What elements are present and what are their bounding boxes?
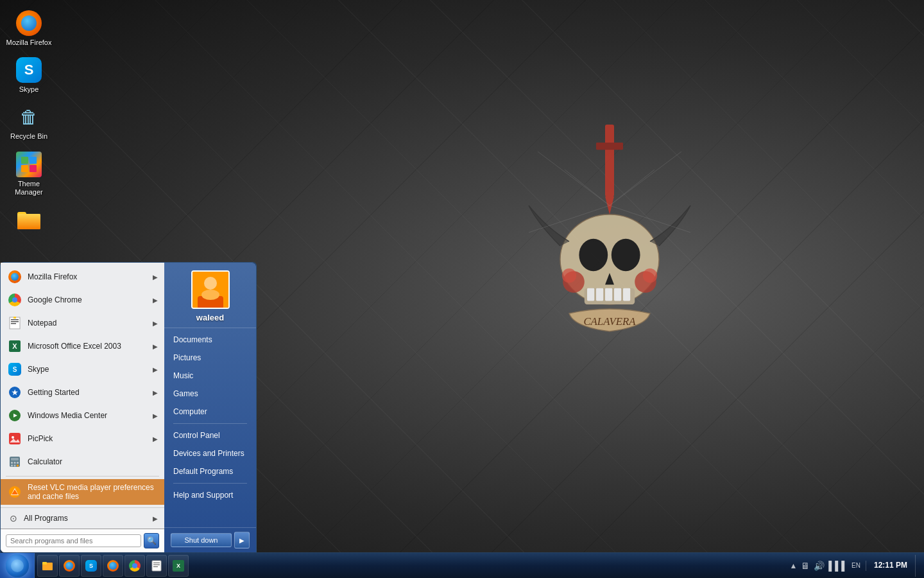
svg-point-43 (12, 436, 14, 439)
start-menu-right-panel: waleed Documents Pictures Music Games (164, 263, 256, 552)
svg-rect-51 (14, 465, 16, 467)
menu-item-windows-media-center[interactable]: Windows Media Center ▶ (1, 404, 164, 427)
svg-rect-47 (11, 462, 13, 464)
taskbar-button-explorer[interactable] (37, 555, 58, 577)
start-menu-left-panel: Mozilla Firefox ▶ Google Chrome ▶ (1, 263, 164, 552)
taskbar-button-ie[interactable] (146, 555, 167, 577)
svg-line-22 (565, 170, 610, 206)
right-menu-item-music[interactable]: Music (164, 367, 256, 385)
desktop-icon-skype[interactable]: S Skype (3, 53, 55, 98)
network-icon[interactable]: 🖥 (801, 561, 810, 571)
svg-rect-64 (153, 565, 160, 565)
desktop-icon-recycle-bin[interactable]: 🗑 Recycle Bin (3, 100, 55, 144)
firefox-icon (16, 10, 42, 36)
arrow-icon: ▶ (153, 274, 158, 281)
svg-rect-11 (614, 288, 621, 301)
svg-rect-46 (11, 458, 19, 460)
taskbar-button-firefox2[interactable] (103, 555, 123, 577)
menu-item-mozilla-firefox[interactable]: Mozilla Firefox ▶ (1, 265, 164, 288)
svg-point-57 (204, 277, 217, 290)
menu-item-calculator-label: Calculator (28, 457, 158, 466)
svg-rect-48 (14, 462, 16, 464)
menu-item-vlc-label: Reset VLC media player preferences and c… (28, 483, 158, 501)
excel-taskbar-icon: X (173, 560, 184, 572)
menu-item-skype[interactable]: S Skype ▶ (1, 358, 164, 381)
arrow-icon: ▶ (153, 389, 158, 396)
system-clock[interactable]: 12:11 PM (869, 561, 912, 571)
svg-rect-34 (11, 323, 16, 324)
svg-rect-50 (11, 465, 13, 467)
taskbar-button-chrome[interactable] (124, 555, 145, 577)
firefox-taskbar-icon (64, 560, 75, 572)
svg-point-4 (579, 239, 608, 271)
menu-item-excel-label: Microsoft Office Excel 2003 (28, 342, 148, 351)
user-avatar-image (193, 272, 228, 308)
getting-started-mini-icon: ★ (8, 386, 21, 399)
skype-taskbar-icon: S (85, 560, 97, 572)
desktop-icon-folder[interactable] (3, 203, 55, 239)
right-menu-item-computer[interactable]: Computer (164, 403, 256, 421)
desktop-icon-mozilla-firefox[interactable]: Mozilla Firefox (3, 6, 55, 51)
taskbar-button-excel[interactable]: X (168, 555, 189, 577)
start-button[interactable] (0, 553, 35, 579)
user-name: waleed (196, 313, 224, 322)
menu-item-picpick[interactable]: PicPick ▶ (1, 427, 164, 450)
notification-expand-icon[interactable]: ▲ (789, 561, 797, 570)
right-menu-item-help-support[interactable]: Help and Support (164, 486, 256, 504)
right-menu-item-control-panel[interactable]: Control Panel (164, 426, 256, 444)
svg-rect-2 (596, 143, 623, 150)
menu-item-picpick-label: PicPick (28, 434, 148, 443)
firefox-mini-icon (8, 270, 21, 283)
vlc-mini-icon (8, 486, 21, 498)
menu-item-getting-started[interactable]: ★ Getting Started ▶ (1, 381, 164, 404)
volume-icon[interactable]: 🔊 (814, 561, 825, 571)
svg-rect-27 (30, 165, 37, 172)
right-menu-control-panel-label: Control Panel (173, 431, 220, 440)
clock-time: 12:11 PM (874, 561, 907, 571)
calculator-mini-icon (8, 455, 21, 468)
right-menu-item-documents[interactable]: Documents (164, 331, 256, 349)
svg-rect-52 (17, 465, 19, 467)
svg-rect-63 (153, 563, 160, 563)
right-menu-item-games[interactable]: Games (164, 385, 256, 403)
menu-item-calculator[interactable]: Calculator (1, 450, 164, 473)
all-programs-item[interactable]: ⊙ All Programs ▶ (1, 507, 164, 529)
start-menu: Mozilla Firefox ▶ Google Chrome ▶ (0, 262, 257, 552)
svg-text:★: ★ (12, 389, 19, 396)
menu-separator (6, 476, 159, 477)
menu-item-notepad[interactable]: Notepad ▶ (1, 311, 164, 335)
menu-item-google-chrome[interactable]: Google Chrome ▶ (1, 288, 164, 311)
shutdown-button[interactable]: Shut down (171, 533, 232, 547)
user-area: waleed (164, 263, 256, 328)
show-desktop-button[interactable] (915, 555, 919, 577)
signal-bars-icon: ▌▌▌ (828, 561, 848, 571)
system-tray: ▲ 🖥 🔊 ▌▌▌ EN 12:11 PM (784, 555, 924, 577)
menu-item-reset-vlc[interactable]: Reset VLC media player preferences and c… (1, 479, 164, 505)
right-menu-help-label: Help and Support (173, 491, 233, 500)
svg-rect-42 (9, 433, 21, 444)
svg-point-5 (612, 239, 640, 271)
english-layout-icon[interactable]: EN (851, 562, 860, 569)
svg-rect-30 (17, 214, 40, 229)
menu-item-notepad-label: Notepad (28, 319, 148, 328)
all-programs-icon: ⊙ (7, 512, 20, 525)
all-programs-label: All Programs (24, 514, 68, 523)
svg-rect-24 (21, 157, 28, 164)
arrow-icon: ▶ (153, 297, 158, 304)
shutdown-arrow-button[interactable]: ▶ (234, 532, 250, 548)
svg-rect-62 (152, 561, 161, 571)
user-avatar[interactable] (191, 270, 230, 309)
desktop-icon-theme-manager[interactable]: Theme Manager (3, 148, 55, 200)
taskbar-button-firefox[interactable] (59, 555, 80, 577)
right-menu-item-devices-printers[interactable]: Devices and Printers (164, 444, 256, 462)
search-input[interactable] (6, 534, 141, 547)
right-menu-separator-2 (173, 483, 247, 484)
folder-icon (16, 207, 42, 232)
taskbar-button-skype[interactable]: S (81, 555, 101, 577)
right-menu-item-pictures[interactable]: Pictures (164, 349, 256, 367)
start-orb (6, 554, 29, 577)
svg-rect-9 (596, 288, 603, 301)
menu-item-excel[interactable]: X Microsoft Office Excel 2003 ▶ (1, 335, 164, 358)
search-button[interactable]: 🔍 (144, 533, 159, 548)
right-menu-item-default-programs[interactable]: Default Programs (164, 462, 256, 480)
